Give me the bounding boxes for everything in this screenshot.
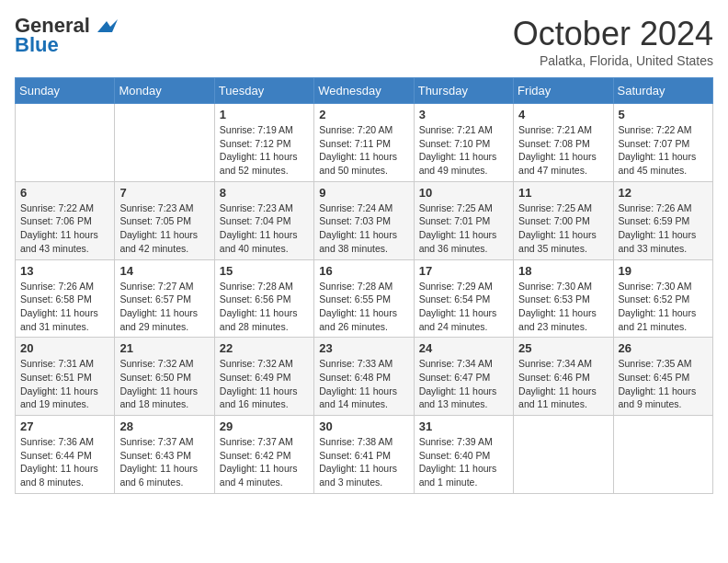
- day-number: 30: [319, 419, 408, 433]
- day-info: Sunrise: 7:21 AMSunset: 7:08 PMDaylight:…: [518, 123, 608, 178]
- calendar-day-cell: 31Sunrise: 7:39 AMSunset: 6:40 PMDayligh…: [414, 416, 513, 494]
- weekday-header: Sunday: [16, 78, 115, 104]
- location: Palatka, Florida, United States: [513, 53, 713, 68]
- day-number: 19: [619, 264, 708, 278]
- day-info: Sunrise: 7:28 AMSunset: 6:56 PMDaylight:…: [220, 280, 309, 334]
- day-number: 23: [319, 341, 408, 355]
- day-info: Sunrise: 7:23 AMSunset: 7:05 PMDaylight:…: [119, 201, 209, 256]
- calendar-day-cell: 18Sunrise: 7:30 AMSunset: 6:53 PMDayligh…: [514, 259, 613, 338]
- calendar-day-cell: 26Sunrise: 7:35 AMSunset: 6:45 PMDayligh…: [613, 338, 712, 416]
- day-info: Sunrise: 7:27 AMSunset: 6:57 PMDaylight:…: [119, 280, 209, 334]
- day-info: Sunrise: 7:37 AMSunset: 6:43 PMDaylight:…: [119, 435, 209, 489]
- day-info: Sunrise: 7:30 AMSunset: 6:52 PMDaylight:…: [619, 280, 708, 334]
- logo: General Blue: [15, 15, 118, 57]
- day-info: Sunrise: 7:23 AMSunset: 7:04 PMDaylight:…: [220, 201, 309, 256]
- day-number: 8: [220, 186, 309, 200]
- day-info: Sunrise: 7:35 AMSunset: 6:45 PMDaylight:…: [619, 357, 708, 411]
- day-number: 16: [319, 264, 408, 278]
- weekday-header: Friday: [514, 78, 613, 104]
- calendar-day-cell: 17Sunrise: 7:29 AMSunset: 6:54 PMDayligh…: [414, 259, 513, 338]
- day-number: 7: [119, 186, 209, 200]
- day-number: 10: [419, 186, 508, 200]
- weekday-header: Monday: [115, 78, 214, 104]
- weekday-header: Thursday: [414, 78, 513, 104]
- day-info: Sunrise: 7:25 AMSunset: 7:00 PMDaylight:…: [518, 201, 608, 256]
- calendar-week-row: 20Sunrise: 7:31 AMSunset: 6:51 PMDayligh…: [16, 338, 713, 416]
- day-info: Sunrise: 7:32 AMSunset: 6:49 PMDaylight:…: [220, 357, 309, 411]
- calendar-day-cell: 1Sunrise: 7:19 AMSunset: 7:12 PMDaylight…: [214, 104, 313, 182]
- day-number: 21: [119, 341, 209, 355]
- weekday-header: Saturday: [613, 78, 712, 104]
- calendar-day-cell: 5Sunrise: 7:22 AMSunset: 7:07 PMDaylight…: [613, 104, 712, 182]
- day-info: Sunrise: 7:36 AMSunset: 6:44 PMDaylight:…: [20, 435, 109, 489]
- day-info: Sunrise: 7:19 AMSunset: 7:12 PMDaylight:…: [220, 123, 309, 178]
- calendar-week-row: 1Sunrise: 7:19 AMSunset: 7:12 PMDaylight…: [16, 104, 713, 182]
- calendar-day-cell: 25Sunrise: 7:34 AMSunset: 6:46 PMDayligh…: [514, 338, 613, 416]
- calendar-day-cell: 8Sunrise: 7:23 AMSunset: 7:04 PMDaylight…: [214, 181, 313, 259]
- day-info: Sunrise: 7:21 AMSunset: 7:10 PMDaylight:…: [419, 123, 508, 178]
- day-number: 11: [518, 186, 608, 200]
- day-number: 24: [419, 341, 508, 355]
- calendar-day-cell: 22Sunrise: 7:32 AMSunset: 6:49 PMDayligh…: [214, 338, 313, 416]
- calendar-day-cell: 11Sunrise: 7:25 AMSunset: 7:00 PMDayligh…: [514, 181, 613, 259]
- calendar-week-row: 6Sunrise: 7:22 AMSunset: 7:06 PMDaylight…: [16, 181, 713, 259]
- day-number: 27: [20, 419, 109, 433]
- day-number: 13: [20, 264, 109, 278]
- calendar-week-row: 13Sunrise: 7:26 AMSunset: 6:58 PMDayligh…: [16, 259, 713, 338]
- day-info: Sunrise: 7:33 AMSunset: 6:48 PMDaylight:…: [319, 357, 408, 411]
- day-info: Sunrise: 7:24 AMSunset: 7:03 PMDaylight:…: [319, 201, 408, 256]
- calendar-day-cell: 23Sunrise: 7:33 AMSunset: 6:48 PMDayligh…: [314, 338, 414, 416]
- day-number: 29: [220, 419, 309, 433]
- calendar-week-row: 27Sunrise: 7:36 AMSunset: 6:44 PMDayligh…: [16, 416, 713, 494]
- day-info: Sunrise: 7:34 AMSunset: 6:47 PMDaylight:…: [419, 357, 508, 411]
- logo-blue-text: Blue: [15, 33, 59, 57]
- day-info: Sunrise: 7:29 AMSunset: 6:54 PMDaylight:…: [419, 280, 508, 334]
- calendar-day-cell: [613, 416, 712, 494]
- day-info: Sunrise: 7:26 AMSunset: 6:58 PMDaylight:…: [20, 280, 109, 334]
- day-number: 25: [518, 341, 608, 355]
- day-number: 6: [20, 186, 109, 200]
- day-info: Sunrise: 7:25 AMSunset: 7:01 PMDaylight:…: [419, 201, 508, 256]
- day-info: Sunrise: 7:28 AMSunset: 6:55 PMDaylight:…: [319, 280, 408, 334]
- calendar-day-cell: 16Sunrise: 7:28 AMSunset: 6:55 PMDayligh…: [314, 259, 414, 338]
- day-info: Sunrise: 7:34 AMSunset: 6:46 PMDaylight:…: [518, 357, 608, 411]
- day-info: Sunrise: 7:31 AMSunset: 6:51 PMDaylight:…: [20, 357, 109, 411]
- calendar-day-cell: [514, 416, 613, 494]
- day-info: Sunrise: 7:22 AMSunset: 7:07 PMDaylight:…: [619, 123, 708, 178]
- logo-bird-icon: [97, 19, 118, 34]
- calendar-day-cell: 29Sunrise: 7:37 AMSunset: 6:42 PMDayligh…: [214, 416, 313, 494]
- calendar-day-cell: 14Sunrise: 7:27 AMSunset: 6:57 PMDayligh…: [115, 259, 214, 338]
- calendar-day-cell: 24Sunrise: 7:34 AMSunset: 6:47 PMDayligh…: [414, 338, 513, 416]
- title-section: October 2024 Palatka, Florida, United St…: [513, 15, 713, 68]
- day-number: 31: [419, 419, 508, 433]
- day-number: 3: [419, 108, 508, 121]
- calendar-day-cell: 10Sunrise: 7:25 AMSunset: 7:01 PMDayligh…: [414, 181, 513, 259]
- calendar-day-cell: 28Sunrise: 7:37 AMSunset: 6:43 PMDayligh…: [115, 416, 214, 494]
- calendar-day-cell: 15Sunrise: 7:28 AMSunset: 6:56 PMDayligh…: [214, 259, 313, 338]
- calendar-day-cell: 2Sunrise: 7:20 AMSunset: 7:11 PMDaylight…: [314, 104, 414, 182]
- calendar-header-row: SundayMondayTuesdayWednesdayThursdayFrid…: [16, 78, 713, 104]
- month-title: October 2024: [513, 15, 713, 53]
- calendar-day-cell: 12Sunrise: 7:26 AMSunset: 6:59 PMDayligh…: [613, 181, 712, 259]
- day-number: 1: [220, 108, 309, 121]
- page-header: General Blue October 2024 Palatka, Flori…: [15, 15, 713, 68]
- day-number: 2: [319, 108, 408, 121]
- calendar-day-cell: 21Sunrise: 7:32 AMSunset: 6:50 PMDayligh…: [115, 338, 214, 416]
- day-info: Sunrise: 7:30 AMSunset: 6:53 PMDaylight:…: [518, 280, 608, 334]
- weekday-header: Wednesday: [314, 78, 414, 104]
- weekday-header: Tuesday: [214, 78, 313, 104]
- svg-marker-0: [97, 19, 118, 32]
- day-info: Sunrise: 7:22 AMSunset: 7:06 PMDaylight:…: [20, 201, 109, 256]
- calendar-day-cell: 27Sunrise: 7:36 AMSunset: 6:44 PMDayligh…: [16, 416, 115, 494]
- calendar-day-cell: 19Sunrise: 7:30 AMSunset: 6:52 PMDayligh…: [613, 259, 712, 338]
- day-number: 17: [419, 264, 508, 278]
- calendar-day-cell: 30Sunrise: 7:38 AMSunset: 6:41 PMDayligh…: [314, 416, 414, 494]
- day-number: 22: [220, 341, 309, 355]
- day-number: 20: [20, 341, 109, 355]
- day-info: Sunrise: 7:38 AMSunset: 6:41 PMDaylight:…: [319, 435, 408, 489]
- day-info: Sunrise: 7:20 AMSunset: 7:11 PMDaylight:…: [319, 123, 408, 178]
- calendar-day-cell: 4Sunrise: 7:21 AMSunset: 7:08 PMDaylight…: [514, 104, 613, 182]
- calendar-day-cell: 6Sunrise: 7:22 AMSunset: 7:06 PMDaylight…: [16, 181, 115, 259]
- day-number: 12: [619, 186, 708, 200]
- day-number: 15: [220, 264, 309, 278]
